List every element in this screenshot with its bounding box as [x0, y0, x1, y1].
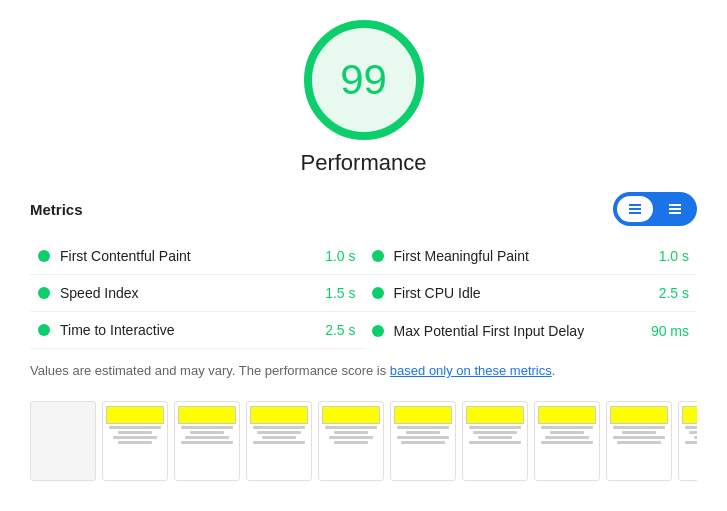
thumb-line	[397, 426, 449, 429]
metric-value: 1.5 s	[325, 285, 355, 301]
filmstrip-frame	[678, 401, 697, 481]
thumb-line	[325, 426, 377, 429]
filmstrip-frame	[606, 401, 672, 481]
metric-name: First Meaningful Paint	[394, 248, 649, 264]
thumb-inner	[103, 402, 167, 480]
metric-value: 2.5 s	[325, 322, 355, 338]
thumb-inner	[391, 402, 455, 480]
thumb-line	[397, 436, 449, 439]
thumb-line	[253, 441, 305, 444]
thumb-line	[622, 431, 657, 434]
thumb-content	[178, 406, 236, 424]
score-circle: 99	[304, 20, 424, 140]
filmstrip-frame	[534, 401, 600, 481]
thumb-line	[541, 426, 593, 429]
metric-name: Speed Index	[60, 285, 315, 301]
status-dot	[372, 250, 384, 262]
thumb-line	[113, 436, 157, 439]
filmstrip-frame	[246, 401, 312, 481]
status-dot	[372, 325, 384, 337]
status-dot	[38, 324, 50, 336]
thumb-inner	[319, 402, 383, 480]
thumb-line	[545, 436, 589, 439]
filmstrip-frame	[462, 401, 528, 481]
list-view-button[interactable]	[617, 196, 653, 222]
thumb-line	[469, 426, 521, 429]
thumb-line	[541, 441, 593, 444]
thumb-inner	[535, 402, 599, 480]
filmstrip-frame	[390, 401, 456, 481]
thumb-line	[262, 436, 297, 439]
score-number: 99	[340, 56, 387, 104]
thumb-line	[118, 431, 153, 434]
thumb-line	[329, 436, 373, 439]
status-dot	[372, 287, 384, 299]
thumb-line	[473, 431, 517, 434]
thumb-line	[185, 436, 229, 439]
metrics-section: Metrics First Contentful Paint	[30, 192, 697, 349]
thumb-line	[118, 441, 153, 444]
thumb-inner	[607, 402, 671, 480]
metric-row: First Contentful Paint 1.0 s	[30, 238, 364, 275]
metric-name: Max Potential First Input Delay	[394, 323, 641, 339]
thumb-line	[109, 426, 161, 429]
thumb-line	[694, 436, 697, 439]
thumb-inner	[463, 402, 527, 480]
thumb-content	[322, 406, 380, 424]
thumb-line	[550, 431, 585, 434]
thumb-line	[689, 431, 697, 434]
metrics-title: Metrics	[30, 201, 83, 218]
thumb-line	[257, 431, 301, 434]
grid-view-button[interactable]	[657, 196, 693, 222]
disclaimer-text-after: .	[552, 363, 556, 378]
thumb-inner	[175, 402, 239, 480]
thumb-inner	[679, 402, 697, 480]
thumb-line	[181, 426, 233, 429]
metric-row: First CPU Idle 2.5 s	[364, 275, 698, 312]
score-section: 99 Performance	[30, 20, 697, 176]
thumb-content	[394, 406, 452, 424]
thumb-content	[682, 406, 697, 424]
filmstrip	[30, 397, 697, 485]
metric-row: Time to Interactive 2.5 s	[30, 312, 364, 349]
metrics-header: Metrics	[30, 192, 697, 226]
metric-row: Speed Index 1.5 s	[30, 275, 364, 312]
thumb-inner	[247, 402, 311, 480]
thumb-line	[613, 426, 665, 429]
thumb-content	[106, 406, 164, 424]
thumb-line	[685, 426, 697, 429]
thumb-line	[401, 441, 445, 444]
metric-value: 1.0 s	[325, 248, 355, 264]
thumb-line	[406, 431, 441, 434]
filmstrip-frame	[102, 401, 168, 481]
metric-value: 90 ms	[651, 323, 689, 339]
filmstrip-frame	[174, 401, 240, 481]
metric-name: Time to Interactive	[60, 322, 315, 338]
thumb-content	[610, 406, 668, 424]
disclaimer-text-before: Values are estimated and may vary. The p…	[30, 363, 390, 378]
thumb-content	[538, 406, 596, 424]
thumb-line	[253, 426, 305, 429]
thumb-line	[190, 431, 225, 434]
thumb-line	[613, 436, 665, 439]
thumb-line	[334, 441, 369, 444]
status-dot	[38, 287, 50, 299]
filmstrip-frame	[318, 401, 384, 481]
disclaimer: Values are estimated and may vary. The p…	[30, 361, 697, 381]
thumb-line	[334, 431, 369, 434]
metric-name: First Contentful Paint	[60, 248, 315, 264]
score-label: Performance	[301, 150, 427, 176]
thumb-line	[478, 436, 513, 439]
thumb-line	[685, 441, 697, 444]
metric-value: 2.5 s	[659, 285, 689, 301]
disclaimer-link[interactable]: based only on these metrics	[390, 363, 552, 378]
metrics-grid: First Contentful Paint 1.0 s First Meani…	[30, 238, 697, 349]
thumb-content	[466, 406, 524, 424]
metric-row: First Meaningful Paint 1.0 s	[364, 238, 698, 275]
thumb-line	[181, 441, 233, 444]
metric-value: 1.0 s	[659, 248, 689, 264]
thumb-line	[617, 441, 661, 444]
metric-row: Max Potential First Input Delay 90 ms	[364, 312, 698, 349]
view-toggle	[613, 192, 697, 226]
thumb-inner	[31, 402, 95, 480]
